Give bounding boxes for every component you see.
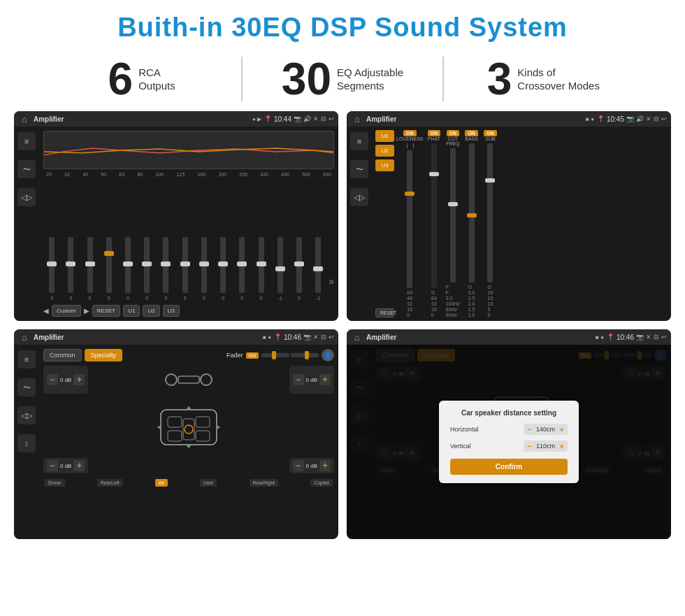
slider-bass[interactable] bbox=[469, 143, 475, 282]
fader-on-badge[interactable]: ON bbox=[246, 352, 259, 359]
eq-slider-1[interactable]: 0 bbox=[62, 237, 79, 301]
eq-slider-13[interactable]: 0 bbox=[291, 237, 308, 301]
car-top-area bbox=[92, 366, 284, 394]
fader-slider-h1[interactable] bbox=[261, 353, 289, 357]
db-plus-1[interactable]: + bbox=[73, 374, 85, 385]
home-icon-1[interactable]: ⌂ bbox=[18, 113, 31, 125]
fader-icon-4[interactable]: ↕ bbox=[17, 434, 36, 452]
on-badge-sub[interactable]: ON bbox=[484, 130, 497, 136]
label-user[interactable]: User bbox=[200, 479, 217, 487]
tab-specialty-3[interactable]: Specialty bbox=[85, 349, 123, 361]
eq-slider-12[interactable]: -1 bbox=[272, 237, 289, 301]
dialog-title: Car speaker distance setting bbox=[450, 409, 568, 417]
dialog-horizontal-value: 140cm bbox=[535, 426, 557, 433]
eq-icon-1[interactable]: ≡ bbox=[17, 132, 36, 150]
custom-btn[interactable]: Custom bbox=[52, 305, 81, 317]
eq-slider-3[interactable]: 5 bbox=[101, 237, 117, 301]
eq-slider-8[interactable]: 0 bbox=[196, 237, 212, 301]
eq-slider-14[interactable]: -1 bbox=[310, 237, 326, 301]
db-minus-4[interactable]: − bbox=[293, 460, 304, 471]
crossover-icon-2[interactable]: 〜 bbox=[350, 160, 368, 178]
eq-slider-5[interactable]: 0 bbox=[138, 237, 155, 301]
reset-btn-2[interactable]: RESET bbox=[375, 308, 394, 317]
screen-title-1: Amplifier bbox=[34, 115, 250, 123]
crossover-content: ≡ 〜 ◁▷ U1 U2 U3 RESET bbox=[347, 127, 671, 321]
eq-slider-9[interactable]: 0 bbox=[215, 237, 231, 301]
u3-btn-1[interactable]: U3 bbox=[163, 305, 180, 317]
on-badge-loudness[interactable]: ON bbox=[403, 130, 417, 136]
fader-icon-2[interactable]: 〜 bbox=[17, 378, 36, 396]
svg-rect-7 bbox=[168, 431, 182, 441]
dialog-vertical-minus[interactable]: − bbox=[527, 442, 531, 450]
crossover-icon-3[interactable]: ◁▷ bbox=[350, 188, 368, 206]
fader-header-right: Fader ON 👤 bbox=[226, 349, 334, 361]
db-minus-1[interactable]: − bbox=[47, 374, 58, 385]
crossover-icon-1[interactable]: ≡ bbox=[350, 132, 368, 150]
fader-content: ≡ 〜 ◁▷ ↕ Common Specialty Fader ON bbox=[14, 345, 338, 539]
fader-icon-3[interactable]: ◁▷ bbox=[17, 406, 36, 424]
fader-icon-1[interactable]: ≡ bbox=[17, 350, 36, 368]
next-btn[interactable]: ▶ bbox=[84, 307, 89, 315]
u2-btn[interactable]: U2 bbox=[375, 145, 394, 157]
dialog-vertical-plus[interactable]: + bbox=[560, 442, 564, 450]
dialog-confirm-button[interactable]: Confirm bbox=[450, 459, 568, 475]
dialog-horizontal-plus[interactable]: + bbox=[560, 425, 564, 434]
slider-phat[interactable] bbox=[431, 143, 437, 288]
db-control-1: − 0 dB + bbox=[43, 366, 88, 394]
label-rearleft[interactable]: RearLeft bbox=[97, 479, 123, 487]
home-icon-3[interactable]: ⌂ bbox=[18, 331, 31, 343]
u1-btn[interactable]: U1 bbox=[375, 130, 394, 142]
reset-btn-1[interactable]: RESET bbox=[92, 305, 121, 317]
label-copilot[interactable]: Copilot bbox=[310, 479, 333, 487]
home-icon-4[interactable]: ⌂ bbox=[351, 331, 363, 343]
u3-btn[interactable]: U3 bbox=[375, 159, 394, 171]
db-value-1: 0 dB bbox=[60, 377, 71, 383]
label-sub: SUB bbox=[485, 136, 495, 141]
status-icons-2: 📍 10:45 📷 🔊 ✕ ⊟ ↩ bbox=[597, 115, 667, 123]
svg-marker-14 bbox=[186, 445, 192, 448]
dialog-box: Car speaker distance setting Horizontal … bbox=[439, 401, 579, 483]
tab-common-3[interactable]: Common bbox=[43, 349, 82, 361]
eq-labels: 25 32 40 50 63 80 100 125 160 200 250 32… bbox=[43, 172, 334, 177]
eq-slider-11[interactable]: 0 bbox=[252, 237, 269, 301]
label-rearright[interactable]: RearRight bbox=[250, 479, 279, 487]
eq-slider-4[interactable]: 0 bbox=[120, 237, 136, 301]
label-driver[interactable]: Driver bbox=[45, 479, 65, 487]
expand-icon[interactable]: » bbox=[329, 275, 334, 301]
u1-btn-1[interactable]: U1 bbox=[123, 305, 140, 317]
db-minus-3[interactable]: − bbox=[47, 460, 58, 471]
stat-number-crossover: 3 bbox=[487, 57, 512, 101]
db-bottom-row: − 0 dB + − 0 dB + bbox=[43, 458, 334, 473]
fader-main-area: Common Specialty Fader ON 👤 bbox=[39, 345, 338, 539]
dialog-horizontal-minus[interactable]: − bbox=[527, 425, 531, 434]
db-plus-2[interactable]: + bbox=[319, 374, 331, 385]
db-minus-2[interactable]: − bbox=[293, 374, 304, 385]
eq-slider-0[interactable]: 0 bbox=[43, 237, 60, 301]
tab-row-3: Common Specialty Fader ON 👤 bbox=[43, 349, 334, 361]
col-bass: ON BASS G 3.0 2.5 2.0 1. bbox=[463, 130, 480, 317]
eq-icon-2[interactable]: 〜 bbox=[17, 160, 36, 178]
on-badge-phat[interactable]: ON bbox=[428, 130, 441, 136]
db-plus-3[interactable]: + bbox=[73, 460, 85, 471]
person-icon-3[interactable]: 👤 bbox=[322, 349, 334, 361]
u2-btn-1[interactable]: U2 bbox=[143, 305, 159, 317]
fader-slider-h2[interactable] bbox=[291, 353, 319, 357]
col-phat: ON PHAT G 64 32 16 0 bbox=[426, 130, 442, 317]
col-loudness: ON LOUDNESS — — 64 bbox=[396, 130, 424, 317]
slider-sub[interactable] bbox=[487, 143, 493, 282]
home-icon-2[interactable]: ⌂ bbox=[351, 113, 363, 125]
eq-slider-2[interactable]: 0 bbox=[81, 237, 98, 301]
slider-loudness[interactable] bbox=[407, 150, 412, 288]
db-plus-4[interactable]: + bbox=[319, 460, 331, 471]
label-all[interactable]: All bbox=[155, 479, 168, 487]
prev-btn[interactable]: ◀ bbox=[43, 307, 49, 315]
eq-slider-7[interactable]: 0 bbox=[177, 237, 194, 301]
eq-slider-10[interactable]: 0 bbox=[233, 237, 250, 301]
on-badge-bass[interactable]: ON bbox=[465, 130, 478, 136]
eq-icon-3[interactable]: ◁▷ bbox=[17, 188, 36, 206]
slider-cutfreq[interactable] bbox=[450, 148, 456, 282]
stat-eq: 30 EQ AdjustableSegments bbox=[241, 57, 443, 101]
label-loudness: LOUDNESS bbox=[396, 136, 424, 141]
on-badge-cutfreq[interactable]: ON bbox=[447, 130, 460, 136]
eq-slider-6[interactable]: 0 bbox=[157, 237, 174, 301]
